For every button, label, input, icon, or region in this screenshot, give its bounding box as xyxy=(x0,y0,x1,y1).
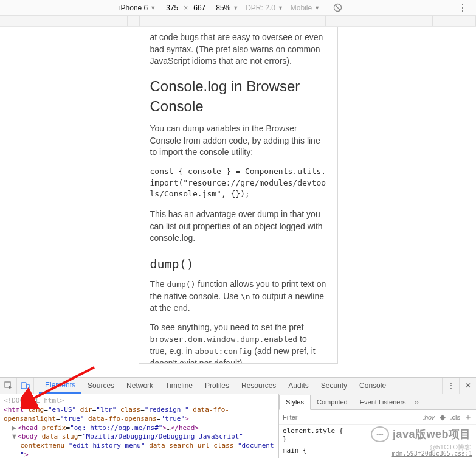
paragraph: You can dump variables in the Browser Co… xyxy=(150,123,326,159)
device-width-input[interactable] xyxy=(163,4,181,12)
tab-network[interactable]: Network xyxy=(120,378,159,394)
zoom-selector[interactable]: 85%▼ xyxy=(216,4,238,12)
tab-profiles[interactable]: Profiles xyxy=(199,378,235,394)
inspect-element-icon[interactable] xyxy=(0,378,17,394)
styles-panel: Styles Computed Event Listeners » :hov ◆… xyxy=(278,394,476,458)
tab-timeline[interactable]: Timeline xyxy=(159,378,199,394)
cls-toggle[interactable]: .cls xyxy=(450,414,461,421)
svg-rect-4 xyxy=(21,383,26,389)
heading-dump: dump() xyxy=(150,255,326,272)
tab-audits[interactable]: Audits xyxy=(282,378,314,394)
device-selector[interactable]: iPhone 6▼ xyxy=(119,4,156,12)
tab-resources[interactable]: Resources xyxy=(235,378,282,394)
heading-console-log: Console.log in Browser Console xyxy=(150,76,326,117)
new-rule-icon[interactable]: ＋ xyxy=(464,412,472,423)
styles-rules[interactable]: element.style { } main { mdn.593f20d8c36… xyxy=(279,425,476,458)
mode-selector[interactable]: Mobile▼ xyxy=(291,4,320,12)
device-toolbar: iPhone 6▼ × 85%▼ DPR: 2.0▼ Mobile▼ ⋮ xyxy=(0,0,476,16)
device-menu-icon[interactable]: ⋮ xyxy=(455,2,470,13)
paragraph: To see anything, you need to set the pre… xyxy=(150,322,326,364)
devtools-toolbar: Elements Sources Network Timeline Profil… xyxy=(0,377,476,394)
tab-security[interactable]: Security xyxy=(315,378,353,394)
styles-tab-computed[interactable]: Computed xyxy=(311,394,354,409)
devtools-close-icon[interactable]: ✕ xyxy=(459,378,476,394)
styles-tab-more-icon[interactable]: » xyxy=(415,397,419,407)
devtools-menu-icon[interactable]: ⋮ xyxy=(442,378,459,394)
styles-tab-styles[interactable]: Styles xyxy=(279,395,311,410)
ruler-bar xyxy=(0,16,476,27)
hov-toggle[interactable]: :hov xyxy=(423,414,435,421)
paragraph: This has an advantage over dump in that … xyxy=(150,209,326,245)
rotate-icon[interactable] xyxy=(333,3,342,12)
device-frame[interactable]: at code bugs that are easy to oversee or… xyxy=(139,27,338,364)
devtools-body: <!DOCTYPE html> <html lang="en-US" dir="… xyxy=(0,394,476,458)
svg-line-1 xyxy=(335,5,340,10)
dom-tree-panel[interactable]: <!DOCTYPE html> <html lang="en-US" dir="… xyxy=(0,394,278,458)
tab-elements[interactable]: Elements xyxy=(39,378,81,394)
device-mode-icon[interactable] xyxy=(17,378,34,394)
tab-console[interactable]: Console xyxy=(353,378,392,394)
device-height-input[interactable] xyxy=(190,4,209,12)
dpr-selector[interactable]: DPR: 2.0▼ xyxy=(246,4,283,12)
rule-source-link[interactable]: mdn.593f20d8c365.css:1 xyxy=(392,450,472,457)
styles-tab-bar: Styles Computed Event Listeners » xyxy=(279,394,476,410)
device-dimensions[interactable]: × xyxy=(163,4,209,12)
devtools-tabs: Elements Sources Network Timeline Profil… xyxy=(39,378,392,394)
svg-rect-5 xyxy=(27,384,29,389)
viewport-area: at code bugs that are easy to oversee or… xyxy=(0,27,476,377)
pin-icon[interactable]: ◆ xyxy=(440,412,446,422)
styles-tab-event-listeners[interactable]: Event Listeners xyxy=(354,394,412,409)
code-block: const { console } = Components.utils.imp… xyxy=(150,166,326,201)
tab-sources[interactable]: Sources xyxy=(81,378,120,394)
styles-filter-bar: :hov ◆ .cls ＋ xyxy=(279,410,476,425)
dimension-separator: × xyxy=(184,4,188,12)
intro-paragraph: at code bugs that are easy to oversee or… xyxy=(150,32,326,68)
styles-filter-input[interactable] xyxy=(283,414,419,421)
paragraph: The dump() function allows you to print … xyxy=(150,279,326,314)
